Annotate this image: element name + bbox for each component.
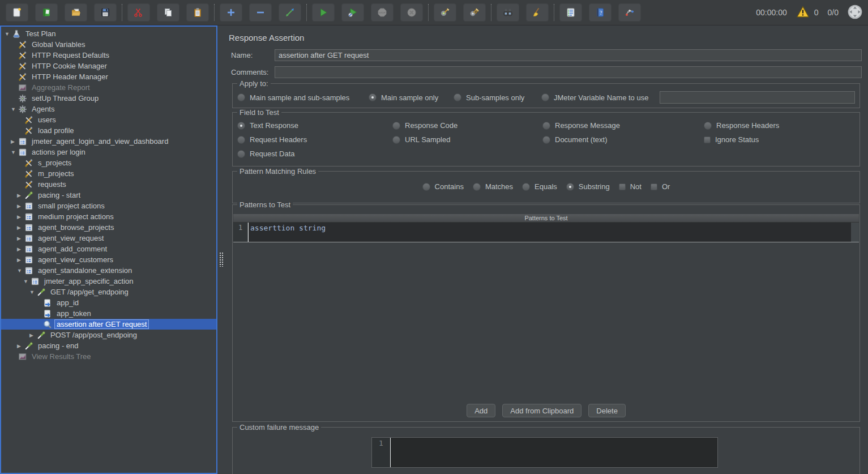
checkbox-not[interactable]: Not: [619, 182, 642, 191]
new-file-button[interactable]: [6, 3, 28, 22]
clear-search-button[interactable]: [526, 3, 549, 22]
radio-main-sample-only[interactable]: Main sample only: [369, 93, 454, 102]
open-file-button[interactable]: [65, 3, 87, 22]
checkbox-ignore-status[interactable]: Ignore Status: [704, 135, 855, 144]
expander-down-icon[interactable]: ▼: [29, 289, 37, 295]
radio-circle[interactable]: [454, 93, 461, 101]
radio-circle[interactable]: [473, 183, 481, 191]
tree-item-setup-thread-group[interactable]: setUp Thread Group: [1, 93, 216, 104]
radio-equals[interactable]: Equals: [522, 182, 557, 191]
add-button[interactable]: [220, 3, 242, 22]
tree-item-global-variables[interactable]: Global Variables: [1, 39, 216, 50]
tree-item-aggregate-report[interactable]: Aggregate Report: [1, 82, 216, 93]
shutdown-button[interactable]: [400, 3, 423, 22]
paste-button[interactable]: [186, 3, 209, 22]
radio-circle[interactable]: [237, 93, 245, 101]
add-button[interactable]: Add: [467, 404, 495, 417]
expander-right-icon[interactable]: ▶: [17, 343, 24, 349]
radio-main-sample-and-sub-samples[interactable]: Main sample and sub-samples: [237, 93, 369, 102]
checkbox-or[interactable]: Or: [651, 182, 670, 191]
tree-item-small-project-actions[interactable]: ▶small project actions: [1, 200, 216, 211]
clear-one-button[interactable]: [434, 3, 456, 22]
cut-button[interactable]: [127, 3, 150, 22]
expander-down-icon[interactable]: ▼: [11, 150, 18, 155]
expander-right-icon[interactable]: ▶: [17, 246, 24, 252]
custom-failure-editor[interactable]: 1: [371, 437, 718, 468]
remove-button[interactable]: [249, 3, 272, 22]
add-from-clipboard-button[interactable]: Add from Clipboard: [502, 404, 581, 417]
tree-item-users[interactable]: users: [1, 114, 216, 125]
stop-button[interactable]: STOP: [371, 3, 394, 22]
tree-item-agent-view-customers[interactable]: ▶agent_view_customers: [1, 254, 216, 265]
copy-button[interactable]: [157, 3, 179, 22]
expander-right-icon[interactable]: ▶: [17, 203, 24, 209]
tree-item-agent-view-request[interactable]: ▶agent_view_request: [1, 233, 216, 244]
tree-item-agent-add-comment[interactable]: ▶agent_add_comment: [1, 244, 216, 254]
delete-button[interactable]: Delete: [588, 404, 626, 417]
tree-item-app-token[interactable]: app_token: [1, 308, 216, 319]
radio-circle[interactable]: [704, 122, 712, 130]
radio-circle[interactable]: [369, 93, 377, 101]
radio-matches[interactable]: Matches: [473, 182, 513, 191]
radio-circle[interactable]: [237, 136, 245, 144]
panel-splitter[interactable]: [217, 25, 226, 474]
start-button[interactable]: [312, 3, 335, 22]
expander-right-icon[interactable]: ▶: [29, 332, 37, 338]
templates-button[interactable]: [35, 3, 58, 22]
radio-request-headers[interactable]: Request Headers: [237, 135, 392, 144]
tree-item-load-profile[interactable]: load profile: [1, 125, 216, 136]
tree-item-s-projects[interactable]: s_projects: [1, 157, 216, 168]
tree-item-jmeter-app-specific-action[interactable]: ▼jmeter_app_specific_action: [1, 276, 216, 287]
tree-item-http-cookie-manager[interactable]: HTTP Cookie Manager: [1, 61, 216, 71]
reset-gui-button[interactable]: [279, 3, 301, 22]
function-helper-button[interactable]: [559, 3, 582, 22]
splitter-grip-icon[interactable]: [219, 252, 224, 267]
radio-contains[interactable]: Contains: [422, 182, 464, 191]
save-button[interactable]: [94, 3, 117, 22]
tree-item-jmeter-agent-login-and-view-dashboard[interactable]: ▶jmeter_agent_login_and_view_dashboard: [1, 136, 216, 147]
expander-down-icon[interactable]: ▼: [17, 268, 24, 274]
tree-item-view-results-tree[interactable]: View Results Tree: [1, 351, 216, 362]
tree-item-get-app-get-endpoing[interactable]: ▼GET /app/get_endpoing: [1, 287, 216, 297]
radio-circle[interactable]: [566, 183, 574, 191]
tree-item-http-header-manager[interactable]: HTTP Header Manager: [1, 71, 216, 82]
radio-document-text[interactable]: Document (text): [542, 135, 704, 144]
search-button[interactable]: [497, 3, 519, 22]
tree-item-agents[interactable]: ▼Agents: [1, 104, 216, 114]
tree-item-post-app-post-endpoing[interactable]: ▶POST /app/post_endpoing: [1, 330, 216, 340]
radio-circle[interactable]: [422, 183, 430, 191]
radio-response-message[interactable]: Response Message: [542, 121, 704, 130]
radio-circle[interactable]: [542, 122, 550, 130]
radio-sub-samples-only[interactable]: Sub-samples only: [454, 93, 541, 102]
tree-item-assertion-after-get-request[interactable]: assertion after GET request: [1, 319, 216, 330]
name-input[interactable]: [275, 49, 862, 61]
radio-circle[interactable]: [237, 150, 245, 158]
radio-jmeter-variable-name-to-use[interactable]: JMeter Variable Name to use: [541, 93, 657, 102]
clear-all-button[interactable]: [463, 3, 486, 22]
expander-right-icon[interactable]: ▶: [17, 257, 24, 263]
start-no-timers-button[interactable]: [341, 3, 364, 22]
custom-failure-text[interactable]: [390, 438, 717, 467]
tree-item-app-id[interactable]: app_id: [1, 297, 216, 308]
radio-url-sampled[interactable]: URL Sampled: [392, 135, 542, 144]
log-warning-indicator[interactable]: 0: [796, 6, 819, 19]
patterns-table-row[interactable]: 1asserttion string: [233, 223, 859, 242]
checkbox-box[interactable]: [619, 183, 626, 190]
checkbox-box[interactable]: [651, 183, 657, 190]
expander-right-icon[interactable]: ▶: [17, 225, 24, 230]
radio-circle[interactable]: [392, 122, 400, 130]
tree-item-agent-browse-projects[interactable]: ▶agent_browse_projects: [1, 222, 216, 233]
comments-input[interactable]: [275, 66, 862, 78]
radio-circle[interactable]: [522, 183, 530, 191]
expander-down-icon[interactable]: ▼: [5, 31, 12, 37]
tree-item-actions-per-login[interactable]: ▼actions per login: [1, 147, 216, 157]
help-button[interactable]: ?: [589, 3, 612, 22]
patterns-table[interactable]: Patterns to Test 1asserttion string: [233, 214, 859, 242]
expander-right-icon[interactable]: ▶: [11, 139, 18, 144]
expander-down-icon[interactable]: ▼: [23, 279, 31, 284]
radio-circle[interactable]: [542, 136, 550, 144]
tree-item-pacing-end[interactable]: ▶pacing - end: [1, 340, 216, 351]
expander-right-icon[interactable]: ▶: [17, 214, 24, 220]
radio-substring[interactable]: Substring: [566, 182, 610, 191]
radio-circle[interactable]: [392, 136, 400, 144]
